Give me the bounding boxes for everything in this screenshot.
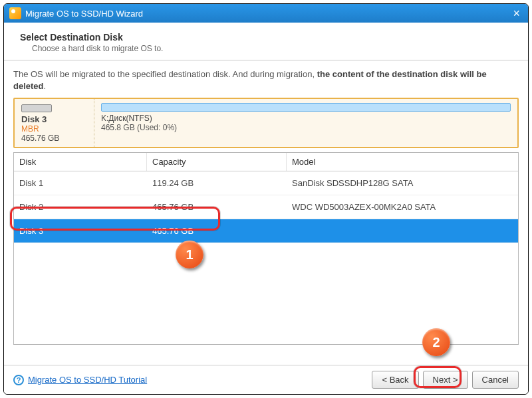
header-section: Select Destination Disk Choose a hard di… — [4, 23, 528, 60]
page-subtitle: Choose a hard disk to migrate OS to. — [32, 44, 512, 53]
usage-bar — [101, 103, 511, 112]
help-link[interactable]: Migrate OS to SSD/HD Tutorial — [28, 375, 147, 385]
cancel-button[interactable]: Cancel — [472, 371, 519, 389]
cell-disk: Disk 1 — [14, 171, 147, 195]
cell-capacity: 465.76 GB — [147, 219, 287, 243]
table-header: Disk Capacity Model — [14, 153, 518, 171]
disk-table: Disk Capacity Model Disk 1119.24 GBSanDi… — [13, 152, 519, 345]
selected-disk-info: Disk 3 MBR 465.76 GB — [15, 99, 94, 147]
col-model[interactable]: Model — [287, 153, 518, 171]
cell-capacity: 465.76 GB — [147, 195, 287, 219]
table-row[interactable]: Disk 2465.76 GBWDC WD5003AZEX-00MK2A0 SA… — [14, 195, 518, 219]
help-icon: ? — [13, 375, 24, 385]
cell-disk: Disk 3 — [14, 219, 147, 243]
cell-disk: Disk 2 — [14, 195, 147, 219]
selected-disk-panel: Disk 3 MBR 465.76 GB K:Диск(NTFS) 465.8 … — [13, 98, 519, 148]
cell-model: WDC WD5003AZEX-00MK2A0 SATA — [287, 195, 518, 219]
col-capacity[interactable]: Capacity — [147, 153, 287, 171]
window-title: Migrate OS to SSD/HD Wizard — [25, 9, 510, 19]
table-row[interactable]: Disk 1119.24 GBSanDisk SDSSDHP128G SATA — [14, 171, 518, 195]
warning-pre: The OS will be migrated to the specified… — [13, 69, 317, 79]
cell-model: SanDisk SDSSDHP128G SATA — [287, 171, 518, 195]
selected-disk-size: 465.76 GB — [21, 134, 87, 143]
table-row[interactable]: Disk 3465.76 GB — [14, 219, 518, 243]
cell-model — [287, 219, 518, 243]
warning-text: The OS will be migrated to the specified… — [4, 60, 528, 98]
next-button[interactable]: Next > — [423, 371, 468, 389]
cell-capacity: 119.24 GB — [147, 171, 287, 195]
app-icon — [9, 7, 21, 19]
page-title: Select Destination Disk — [20, 32, 512, 43]
selected-disk-type: MBR — [21, 124, 87, 134]
col-disk[interactable]: Disk — [14, 153, 147, 171]
selected-disk-partition: K:Диск(NTFS) 465.8 GB (Used: 0%) — [94, 99, 517, 147]
table-body: Disk 1119.24 GBSanDisk SDSSDHP128G SATAD… — [14, 171, 518, 344]
back-button[interactable]: < Back — [372, 371, 418, 389]
partition-label: K:Диск(NTFS) — [101, 114, 511, 123]
disk-icon — [21, 104, 52, 112]
titlebar: Migrate OS to SSD/HD Wizard × — [4, 4, 528, 23]
partition-size: 465.8 GB (Used: 0%) — [101, 123, 511, 132]
selected-disk-name: Disk 3 — [21, 114, 87, 124]
footer-bar: ? Migrate OS to SSD/HD Tutorial < Back N… — [4, 365, 528, 394]
close-icon[interactable]: × — [510, 7, 523, 21]
